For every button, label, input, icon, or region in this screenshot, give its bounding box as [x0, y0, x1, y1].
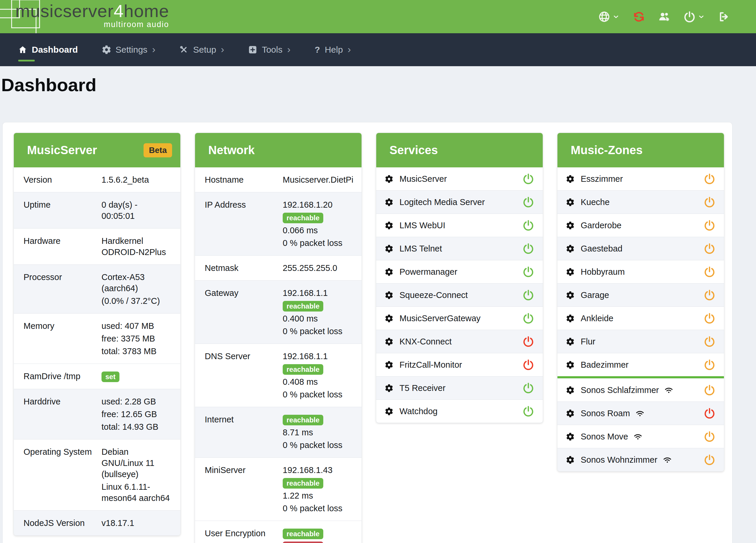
power-toggle-button[interactable]	[704, 289, 715, 301]
topbar-icon-group	[598, 0, 730, 33]
power-toggle-button[interactable]	[523, 173, 534, 184]
gear-icon[interactable]	[385, 291, 393, 299]
row-label: User Encryption	[205, 528, 283, 543]
value-text: 0 % packet loss	[283, 237, 353, 249]
badge-line: reachable	[283, 528, 353, 539]
gear-icon[interactable]	[385, 268, 393, 276]
gear-icon[interactable]	[385, 221, 393, 229]
topbar-sync-button[interactable]	[633, 11, 645, 23]
power-toggle-button[interactable]	[704, 336, 715, 347]
power-toggle-button[interactable]	[704, 408, 715, 419]
power-toggle-button[interactable]	[523, 313, 534, 324]
gear-icon[interactable]	[385, 175, 393, 183]
nav-item-setup[interactable]: Setup›	[179, 33, 224, 66]
service-label: LMS WebUI	[399, 221, 445, 230]
gear-icon[interactable]	[566, 314, 574, 322]
gear-icon[interactable]	[566, 456, 574, 464]
value-text: free: 3375 MB	[101, 333, 172, 344]
chevron-down-icon	[612, 13, 620, 20]
gear-icon[interactable]	[566, 245, 574, 253]
gear-icon[interactable]	[566, 268, 574, 276]
nav-item-help[interactable]: ?Help›	[315, 33, 351, 66]
gear-icon[interactable]	[566, 361, 574, 369]
users-gear-icon	[658, 11, 670, 23]
gear-icon[interactable]	[566, 386, 574, 394]
power-toggle-button[interactable]	[704, 173, 715, 184]
zone-row: Sonos Move	[557, 425, 724, 448]
row-label: DNS Server	[205, 351, 283, 400]
power-toggle-button[interactable]	[704, 313, 715, 324]
row-value: reachable8.71 ms0 % packet loss	[283, 414, 353, 451]
value-text: 0.408 ms	[283, 376, 353, 387]
table-row: Gateway192.168.1.1reachable0.400 ms0 % p…	[195, 280, 362, 344]
gear-icon[interactable]	[566, 338, 574, 346]
power-toggle-button[interactable]	[704, 243, 715, 254]
gear-icon[interactable]	[385, 198, 393, 206]
nav-item-label: Setup	[193, 45, 216, 55]
row-value: used: 2.28 GBfree: 12.65 GBtotal: 14.93 …	[101, 396, 172, 432]
card-music-zones-title: Music-Zones	[571, 144, 642, 157]
topbar-users-gear-button[interactable]	[658, 11, 670, 23]
card-musicserver-title: MusicServer	[27, 144, 97, 157]
badge-line: reachable	[283, 300, 353, 312]
gear-icon[interactable]	[566, 198, 574, 206]
nav-item-tools[interactable]: Tools›	[248, 33, 290, 66]
power-toggle-button[interactable]	[704, 220, 715, 231]
nav-item-label: Settings	[116, 45, 147, 55]
table-row: Operating SystemDebian GNU/Linux 11 (bul…	[14, 439, 180, 510]
gear-icon[interactable]	[566, 291, 574, 299]
status-badge: reachable	[283, 415, 323, 425]
nav-item-dashboard[interactable]: Dashboard	[18, 33, 78, 66]
content-panel: MusicServer Beta Version1.5.6.2_betaUpti…	[2, 122, 732, 543]
power-toggle-button[interactable]	[704, 454, 715, 465]
row-value: Cortex-A53 (aarch64)(0.0% / 37.2°C)	[101, 271, 172, 307]
power-toggle-button[interactable]	[704, 266, 715, 277]
topbar-globe-button[interactable]	[598, 11, 620, 23]
zone-row: Badezimmer	[557, 353, 724, 378]
gear-icon[interactable]	[385, 245, 393, 253]
power-toggle-button[interactable]	[523, 406, 534, 417]
gear-icon[interactable]	[566, 221, 574, 229]
row-label: Operating System	[24, 446, 101, 504]
main-navbar: DashboardSettings›Setup›Tools›?Help›	[0, 33, 756, 66]
topbar-power-button[interactable]	[684, 11, 705, 23]
gear-icon[interactable]	[566, 433, 574, 441]
power-toggle-button[interactable]	[523, 382, 534, 394]
power-toggle-button[interactable]	[523, 266, 534, 277]
value-text: free: 12.65 GB	[101, 409, 172, 420]
service-label: Logitech Media Server	[399, 197, 485, 207]
table-row: DNS Server192.168.1.1reachable0.408 ms0 …	[195, 344, 362, 407]
gear-icon[interactable]	[385, 338, 393, 346]
wifi-icon	[633, 432, 642, 441]
gear-icon[interactable]	[385, 314, 393, 322]
gear-icon[interactable]	[385, 407, 393, 415]
row-label: Internet	[205, 414, 283, 451]
gear-icon[interactable]	[385, 384, 393, 392]
status-badge: reachable	[283, 301, 323, 312]
power-toggle-button[interactable]	[704, 359, 715, 370]
gear-icon[interactable]	[566, 175, 574, 183]
power-toggle-button[interactable]	[523, 289, 534, 301]
row-label: Uptime	[24, 199, 101, 221]
power-toggle-button[interactable]	[704, 196, 715, 208]
power-toggle-button[interactable]	[523, 243, 534, 254]
service-row: MusicServerGateway	[376, 307, 543, 330]
value-text: total: 14.93 GB	[101, 421, 172, 432]
nav-item-settings[interactable]: Settings›	[102, 33, 156, 66]
gear-icon[interactable]	[566, 409, 574, 417]
power-toggle-button[interactable]	[523, 196, 534, 208]
table-row: RamDrive /tmpset	[14, 364, 180, 389]
power-toggle-button[interactable]	[523, 220, 534, 231]
topbar-signout-button[interactable]	[718, 11, 730, 23]
power-toggle-button[interactable]	[523, 336, 534, 347]
zone-row: Sonos Schlafzimmer	[557, 378, 724, 402]
zone-row: Esszimmer	[557, 167, 724, 190]
power-toggle-button[interactable]	[704, 384, 715, 396]
service-row: LMS Telnet	[376, 237, 543, 260]
value-text: 192.168.1.1	[283, 351, 353, 362]
gear-icon[interactable]	[385, 361, 393, 369]
value-text: used: 2.28 GB	[101, 396, 172, 407]
power-toggle-button[interactable]	[523, 359, 534, 370]
power-toggle-button[interactable]	[704, 431, 715, 442]
status-badge: reachable	[283, 529, 323, 539]
